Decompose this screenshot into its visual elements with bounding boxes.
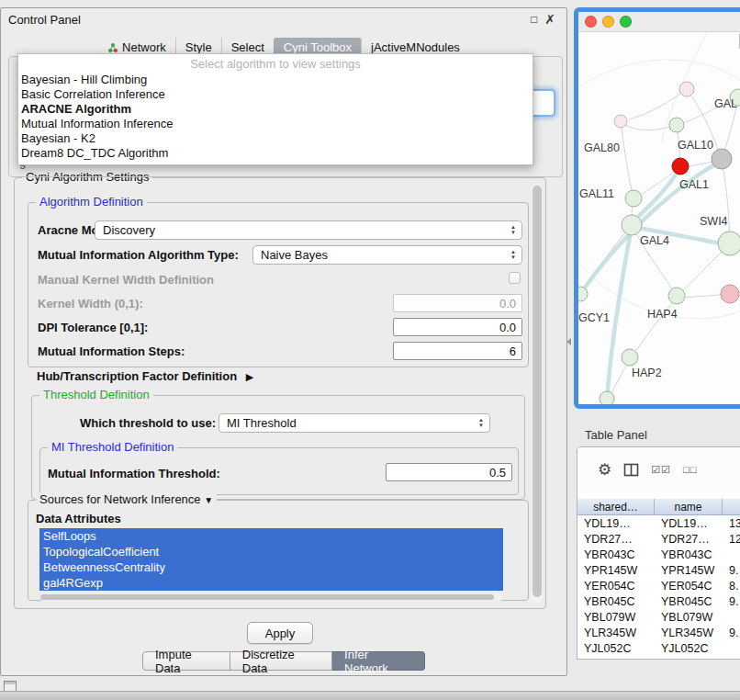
node-unlabeled-5[interactable]	[600, 391, 614, 404]
tab-discretize-data-label: Discretize Data	[242, 648, 320, 675]
mi-threshold-field[interactable]: 0.5	[386, 463, 512, 481]
manual-kernel-checkbox[interactable]	[509, 272, 521, 284]
dropdown-item-bayesian-k2[interactable]: Bayesian - K2	[18, 131, 533, 146]
minimize-traffic-light[interactable]	[602, 16, 614, 28]
node-label-gal10[interactable]: GAL10	[678, 139, 713, 152]
table-panel-window: ⚙ ☑☑ □□ shared… name YDL19… YDL19… 13… Y…	[577, 446, 740, 660]
table-row[interactable]: YJL052C YJL052C	[577, 640, 740, 656]
table-row[interactable]: YLR345W YLR345W 9.	[577, 625, 740, 640]
zoom-traffic-light[interactable]	[620, 16, 632, 28]
scrollbar-thumb[interactable]	[533, 186, 542, 597]
float-window-icon[interactable]: □	[527, 13, 541, 26]
which-threshold-label: Which threshold to use:	[80, 416, 216, 430]
node-unlabeled-2[interactable]	[614, 115, 627, 128]
node-label-hap2[interactable]: HAP2	[632, 367, 662, 379]
dropdown-item-mutual-information[interactable]: Mutual Information Inference	[18, 117, 533, 131]
combo-stepper-icon: ▲▼	[510, 224, 516, 235]
network-view-window: GAL80 GAL10 GAL11 GAL1 SWI4 GAL4 GCY1 HA…	[574, 7, 740, 409]
node-label-gal80[interactable]: GAL80	[584, 141, 620, 154]
table-row[interactable]: YPR145W YPR145W 9.	[577, 562, 740, 578]
node-gal11[interactable]	[625, 190, 642, 207]
which-threshold-combobox[interactable]: MI Threshold ▲▼	[219, 413, 490, 433]
tab-discretize-data[interactable]: Discretize Data	[230, 651, 332, 671]
column-header-shared-name[interactable]: shared…	[577, 499, 655, 515]
node-swi4[interactable]	[718, 231, 740, 255]
settings-vertical-scrollbar[interactable]	[532, 184, 543, 603]
tab-select-label: Select	[231, 40, 264, 54]
algorithm-dropdown-popup: Select algorithm to view settings Bayesi…	[17, 53, 533, 165]
tab-infer-network[interactable]: Infer Network	[332, 651, 425, 671]
close-traffic-light[interactable]	[585, 16, 597, 28]
gear-icon[interactable]: ⚙	[598, 460, 611, 480]
kernel-width-field[interactable]: 0.0	[393, 294, 522, 312]
mi-type-combobox[interactable]: Naive Bayes ▲▼	[252, 245, 522, 265]
dropdown-item-aracne[interactable]: ARACNE Algorithm	[18, 102, 533, 117]
hub-definition-expander[interactable]: Hub/Transcription Factor Definition ▶	[37, 369, 253, 383]
column-header-clipped[interactable]	[723, 499, 740, 515]
tab-infer-network-label: Infer Network	[344, 648, 412, 675]
deselect-all-boxes-icon[interactable]: □□	[683, 464, 697, 475]
network-canvas[interactable]: GAL80 GAL10 GAL11 GAL1 SWI4 GAL4 GCY1 HA…	[578, 32, 740, 404]
node-unlabeled-4[interactable]	[721, 285, 739, 303]
dropdown-item-bayesian-hill-climbing[interactable]: Bayesian - Hill Climbing	[18, 73, 533, 87]
table-header-row: shared… name	[577, 499, 740, 515]
table-row[interactable]: YBR043C YBR043C	[577, 547, 740, 562]
control-panel-window: Control Panel □ ✗ Network Style Se	[0, 7, 567, 676]
column-header-name[interactable]: name	[655, 499, 723, 515]
close-window-icon[interactable]: ✗	[541, 12, 559, 27]
node-label-gal1[interactable]: GAL1	[679, 178, 709, 191]
hscrollbar-thumb[interactable]	[40, 594, 494, 600]
tab-impute-data[interactable]: Impute Data	[142, 651, 230, 671]
cell-shared-name: YER054C	[577, 580, 655, 593]
mi-steps-value: 6	[510, 344, 516, 358]
cell-shared-name: YPR145W	[577, 564, 655, 577]
table-panel-toolbar: ⚙ ☑☑ □□	[577, 447, 740, 491]
table-row[interactable]: YDL19… YDL19… 13…	[577, 515, 740, 531]
node-unlabeled-1[interactable]	[679, 82, 694, 96]
sources-group-title[interactable]: Sources for Network Inference ▼	[36, 492, 217, 506]
node-gal10[interactable]	[712, 149, 732, 169]
select-all-checks-icon[interactable]: ☑☑	[651, 464, 671, 476]
attribute-list-hscrollbar[interactable]	[39, 593, 503, 601]
threshold-definition-group: Threshold Definition Which threshold to …	[31, 395, 525, 500]
node-gal4[interactable]	[622, 215, 642, 235]
node-label-swi4[interactable]: SWI4	[700, 215, 728, 228]
table-row[interactable]: YBR045C YBR045C 9.	[577, 593, 740, 609]
table-row[interactable]: YBL079W YBL079W	[577, 609, 740, 625]
attribute-item-selfloops[interactable]: SelfLoops	[39, 528, 503, 544]
cell-shared-name: YBR043C	[577, 548, 655, 561]
table-row[interactable]: YER054C YER054C 8.	[577, 578, 740, 593]
aracne-mode-combobox[interactable]: Discovery ▲▼	[95, 220, 522, 240]
node-hap2[interactable]	[622, 349, 638, 366]
dropdown-placeholder: Select algorithm to view settings	[18, 56, 533, 73]
node-label-gal4[interactable]: GAL4	[640, 234, 669, 247]
dropdown-item-dream8[interactable]: Dream8 DC_TDC Algorithm	[18, 146, 533, 161]
cell-name: YBL079W	[655, 611, 723, 624]
node-hap4[interactable]	[668, 288, 685, 304]
mi-threshold-value: 0.5	[489, 466, 506, 480]
cell-shared-name: YLR345W	[577, 627, 655, 639]
attribute-item-topologicalcoefficient[interactable]: TopologicalCoefficient	[39, 544, 503, 559]
dropdown-item-basic-correlation[interactable]: Basic Correlation Inference	[18, 87, 533, 102]
cell-name: YER054C	[655, 580, 723, 593]
node-gal1[interactable]	[672, 158, 689, 175]
columns-icon[interactable]	[623, 463, 639, 477]
attribute-item-gal4rgexp[interactable]: gal4RGexp	[39, 575, 503, 591]
attribute-item-betweennesscentrality[interactable]: BetweennessCentrality	[39, 559, 503, 575]
mi-type-value: Naive Bayes	[261, 248, 328, 262]
node-label-gal11[interactable]: GAL11	[579, 187, 614, 200]
table-body: YDL19… YDL19… 13… YDR27… YDR27… 12… YBR0…	[577, 515, 740, 656]
dpi-tolerance-field[interactable]: 0.0	[393, 318, 522, 336]
mi-steps-field[interactable]: 6	[393, 342, 522, 360]
aracne-mode-value: Discovery	[103, 223, 155, 237]
network-window-titlebar	[578, 12, 740, 32]
network-graph[interactable]: GAL80 GAL10 GAL11 GAL1 SWI4 GAL4 GCY1 HA…	[578, 32, 740, 404]
node-unlabeled-3[interactable]	[669, 118, 684, 132]
table-row[interactable]: YDR27… YDR27… 12…	[577, 531, 740, 547]
splitter-collapse-arrow[interactable]	[566, 338, 571, 345]
node-label-gcy1[interactable]: GCY1	[578, 311, 610, 324]
apply-button[interactable]: Apply	[247, 622, 313, 644]
tab-jactivemnodules-label: jActiveMNodules	[371, 40, 460, 54]
node-label-gal-clipped[interactable]: GAL	[714, 97, 737, 110]
node-label-hap4[interactable]: HAP4	[647, 308, 678, 321]
